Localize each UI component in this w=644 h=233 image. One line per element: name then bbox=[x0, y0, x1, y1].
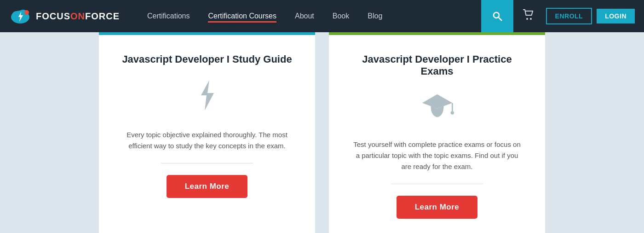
study-guide-description: Every topic objective explained thorough… bbox=[122, 129, 292, 151]
nav-certification-courses[interactable]: Certification Courses bbox=[208, 10, 276, 23]
svg-point-5 bbox=[494, 12, 499, 18]
enroll-button[interactable]: ENROLL bbox=[546, 8, 592, 24]
practice-exams-learn-more-button[interactable]: Learn More bbox=[397, 196, 478, 219]
graduation-cap-icon bbox=[420, 91, 454, 128]
card-divider bbox=[161, 163, 253, 163]
nav-blog[interactable]: Blog bbox=[368, 10, 382, 23]
main-content: Javascript Developer I Study Guide Every… bbox=[0, 32, 644, 233]
nav-right: ENROLL LOGIN bbox=[481, 0, 635, 32]
login-button[interactable]: LOGIN bbox=[597, 9, 635, 23]
practice-exams-card: Javascript Developer I Practice Exams Te… bbox=[329, 32, 545, 233]
nav-book[interactable]: Book bbox=[333, 10, 349, 23]
svg-point-7 bbox=[526, 18, 528, 20]
svg-point-8 bbox=[530, 18, 532, 20]
search-button[interactable] bbox=[481, 0, 513, 32]
card-divider-2 bbox=[391, 184, 483, 184]
navbar: FOCUSONFORCE Certifications Certificatio… bbox=[0, 0, 644, 32]
logo-text: FOCUSONFORCE bbox=[36, 11, 120, 22]
nav-certifications[interactable]: Certifications bbox=[147, 10, 190, 23]
study-guide-title: Javascript Developer I Study Guide bbox=[122, 53, 292, 65]
svg-point-12 bbox=[450, 111, 454, 115]
nav-links: Certifications Certification Courses Abo… bbox=[147, 10, 481, 23]
svg-point-4 bbox=[24, 10, 29, 15]
cart-button[interactable] bbox=[523, 9, 535, 23]
practice-exams-title: Javascript Developer I Practice Exams bbox=[352, 53, 522, 77]
logo[interactable]: FOCUSONFORCE bbox=[9, 5, 120, 27]
svg-marker-9 bbox=[201, 80, 214, 111]
svg-line-6 bbox=[499, 17, 502, 21]
study-guide-card: Javascript Developer I Study Guide Every… bbox=[99, 32, 315, 233]
search-icon bbox=[492, 11, 503, 22]
cart-icon bbox=[523, 9, 535, 20]
nav-about[interactable]: About bbox=[295, 10, 314, 23]
cards-wrapper: Javascript Developer I Study Guide Every… bbox=[55, 32, 589, 233]
practice-exams-description: Test yourself with complete practice exa… bbox=[352, 139, 522, 172]
svg-marker-10 bbox=[422, 94, 452, 109]
logo-icon bbox=[9, 5, 31, 27]
study-guide-learn-more-button[interactable]: Learn More bbox=[167, 175, 248, 198]
bolt-icon bbox=[196, 79, 218, 118]
